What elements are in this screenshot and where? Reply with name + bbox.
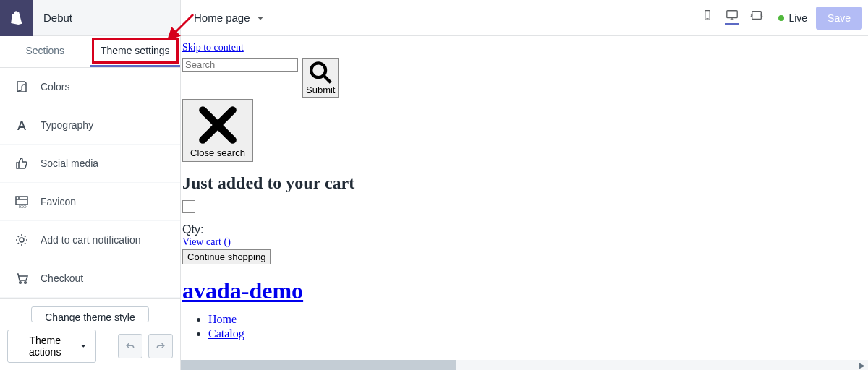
store-name-heading: avada-demo [182,278,867,304]
setting-label: Social media [41,158,98,169]
close-icon [195,103,240,147]
body: Sections Theme settings Colors Typograph [0,36,868,370]
search-input[interactable] [182,58,298,72]
change-theme-style-button[interactable]: Change theme style [31,306,149,322]
sidebar-tabs: Sections Theme settings [0,36,180,68]
page-selector[interactable]: Home page [181,12,700,24]
colors-icon [14,79,29,94]
svg-text:ICO: ICO [19,205,27,209]
view-cart-link[interactable]: View cart () [182,236,231,247]
setting-item-social[interactable]: Social media [0,145,180,183]
horizontal-scrollbar[interactable]: ▶ [181,360,868,370]
search-icon [308,60,333,85]
nav-list: Home Catalog [208,313,867,340]
setting-label: Add to cart notification [41,234,141,246]
theme-name: Debut [33,12,72,24]
theme-actions-button[interactable]: Theme actions [7,330,96,363]
live-dot-icon [778,15,784,21]
sidebar-footer: Change theme style Theme actions [0,298,180,370]
setting-item-favicon[interactable]: ICO Favicon [0,183,180,221]
setting-label: Typography [41,119,93,131]
mobile-icon[interactable] [700,11,715,25]
device-switcher [700,11,764,25]
preview-content: Skip to content Submit Close search Just… [181,36,868,348]
favicon-icon: ICO [14,194,29,209]
thumbsup-icon [14,156,29,171]
tab-theme-settings[interactable]: Theme settings [90,36,181,67]
typography-icon [14,118,29,132]
scrollbar-thumb[interactable] [181,360,456,370]
nav-item-home: Home [208,313,867,326]
sidebar: Sections Theme settings Colors Typograph [0,36,181,370]
desktop-icon[interactable] [725,11,739,25]
svg-point-11 [25,282,27,284]
redo-button[interactable] [148,334,173,358]
shopify-logo-icon [0,0,33,36]
svg-rect-2 [727,11,737,18]
setting-label: Colors [41,81,69,92]
setting-label: Favicon [41,196,76,207]
setting-item-colors[interactable]: Colors [0,68,180,106]
cart-icon [14,271,29,285]
submit-label: Submit [306,85,335,95]
nav-link-home[interactable]: Home [208,313,237,325]
product-image-placeholder [182,200,195,213]
submit-button[interactable]: Submit [302,58,339,98]
theme-actions-label: Theme actions [17,335,73,358]
skip-to-content-link[interactable]: Skip to content [182,42,244,53]
svg-rect-5 [752,12,762,20]
scroll-right-icon[interactable]: ▶ [859,361,865,369]
close-search-label: Close search [190,147,245,158]
cart-heading: Just added to your cart [182,173,867,193]
header-right: Live Save [778,7,868,30]
setting-item-typography[interactable]: Typography [0,106,180,145]
undo-button[interactable] [118,334,142,358]
caret-down-icon [80,343,87,350]
settings-list[interactable]: Colors Typography Social media ICO Favic… [0,68,180,298]
header-left: Debut [0,0,181,35]
gear-icon [14,233,29,247]
preview-pane[interactable]: Skip to content Submit Close search Just… [181,36,868,370]
svg-rect-7 [16,197,27,205]
nav-item-catalog: Catalog [208,327,867,340]
fullscreen-icon[interactable] [749,11,764,25]
undo-redo-group [118,334,173,358]
svg-line-13 [323,75,331,82]
svg-point-12 [311,63,326,77]
setting-item-cart-notification[interactable]: Add to cart notification [0,221,180,259]
setting-item-checkout[interactable]: Checkout [0,259,180,298]
tab-theme-settings-label: Theme settings [101,45,170,56]
continue-shopping-button[interactable]: Continue shopping [182,249,271,264]
close-search-button[interactable]: Close search [182,99,253,162]
svg-point-10 [20,282,22,284]
store-name-link[interactable]: avada-demo [182,278,303,304]
live-label: Live [788,12,807,24]
qty-label: Qty: [182,223,867,236]
tab-sections[interactable]: Sections [0,36,90,67]
save-button[interactable]: Save [816,7,862,30]
nav-link-catalog[interactable]: Catalog [208,327,244,340]
svg-point-9 [20,238,24,242]
header: Debut Home page Live Save [0,0,868,36]
page-selector-label: Home page [194,12,250,24]
setting-label: Checkout [41,272,83,284]
status-live: Live [778,12,807,24]
